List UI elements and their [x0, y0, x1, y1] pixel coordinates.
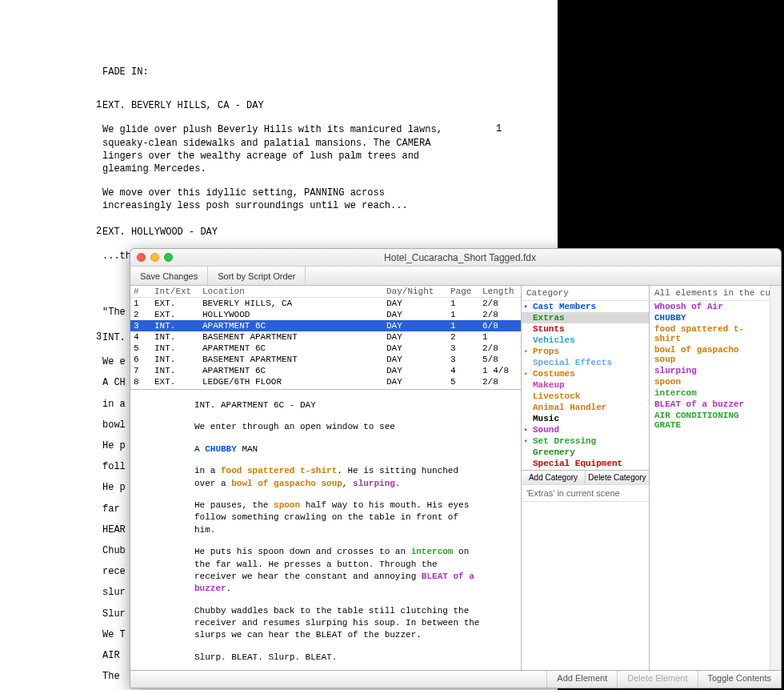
preview-line: Chubby waddles back to the table still c…	[194, 605, 482, 642]
tag-slurping[interactable]: slurping	[353, 479, 395, 488]
scene-number-left: 2	[96, 226, 102, 237]
tag-intercom[interactable]: intercom	[411, 547, 454, 556]
elements-header: All elements in the curre...	[650, 286, 770, 301]
script-preview[interactable]: INT. APARTMENT 6C - DAY We enter through…	[130, 390, 521, 670]
delete-category-button[interactable]: Delete Category	[586, 471, 649, 484]
tag-bowl-gaspacho[interactable]: bowl of gaspacho soup	[231, 479, 342, 488]
category-item[interactable]: Special Equipment	[522, 458, 649, 469]
close-button[interactable]	[137, 253, 146, 262]
table-row[interactable]: 4INT.BASEMENT APARTMENTDAY21	[130, 331, 521, 343]
add-element-button[interactable]: Add Element	[546, 671, 617, 688]
category-item[interactable]: Special Effects	[522, 357, 649, 368]
element-item[interactable]: bowl of gaspacho soup	[650, 344, 770, 365]
scene-heading-text: EXT. BEVERLY HILLS, CA - DAY	[102, 99, 454, 112]
elements-column: All elements in the curre... Whoosh of A…	[650, 286, 770, 670]
category-item[interactable]: Stunts	[522, 323, 649, 335]
table-row[interactable]: 8EXT.LEDGE/6TH FLOORDAY52/8	[130, 376, 521, 387]
panel-footer: Add Element Delete Element Toggle Conten…	[130, 670, 781, 688]
scene-number-left: 1	[96, 99, 102, 110]
minimize-button[interactable]	[150, 253, 159, 262]
scene-heading-text: EXT. HOLLYWOOD - DAY	[102, 226, 454, 239]
scene-table[interactable]: # Int/Ext Location Day/Night Page Length…	[130, 286, 521, 390]
action-paragraph: We glide over plush Beverly Hills with i…	[102, 123, 454, 175]
scene-2: 2 EXT. HOLLYWOOD - DAY 2	[48, 226, 510, 239]
category-header: Category	[522, 286, 649, 301]
col-location[interactable]: Location	[201, 286, 385, 297]
element-item[interactable]: AIR CONDITIONING GRATE	[650, 410, 770, 431]
category-item[interactable]: Greenery	[522, 447, 649, 458]
table-header-row: # Int/Ext Location Day/Night Page Length	[130, 286, 521, 298]
category-item[interactable]: ▸Set Dressing	[522, 435, 649, 447]
table-row[interactable]: 3INT.APARTMENT 6CDAY16/8	[130, 320, 521, 331]
category-item[interactable]: Animal Handler	[522, 402, 649, 413]
element-item[interactable]: spoon	[650, 376, 770, 387]
zoom-button[interactable]	[164, 253, 173, 262]
window-controls	[130, 253, 179, 262]
element-item[interactable]: slurping	[650, 365, 770, 376]
table-row[interactable]: 5INT.APARTMENT 6CDAY32/8	[130, 343, 521, 354]
category-scene-elements	[522, 502, 649, 671]
col-day-night[interactable]: Day/Night	[385, 286, 449, 297]
scene-number-right: 1	[496, 123, 502, 134]
category-item[interactable]: ▸Sound	[522, 424, 649, 435]
action-paragraph: We move over this idyllic setting, PANNI…	[102, 187, 454, 212]
category-item[interactable]: Music	[522, 413, 649, 424]
preview-line: He puts his spoon down and crosses to an…	[194, 546, 482, 596]
save-changes-button[interactable]: Save Changes	[130, 267, 208, 285]
tag-spoon[interactable]: spoon	[274, 500, 300, 510]
category-item[interactable]: Livestock	[522, 391, 649, 402]
scene-number-left: 3	[96, 331, 102, 343]
category-list[interactable]: ▸Cast MembersExtrasStuntsVehicles▸PropsS…	[522, 301, 649, 470]
scrollbar[interactable]	[770, 286, 781, 670]
tag-food-spattered-tshirt[interactable]: food spattered t-shirt	[221, 466, 337, 475]
category-item[interactable]: Makeup	[522, 379, 649, 391]
element-item[interactable]: intercom	[650, 387, 770, 399]
preview-line: He pauses, the spoon half way to his mou…	[194, 499, 482, 536]
category-item[interactable]: ▸Cast Members	[522, 301, 649, 312]
tagging-panel: Hotel_Cucaracha_Short Tagged.fdx Save Ch…	[130, 248, 782, 688]
preview-line: A CHUBBY MAN	[194, 443, 482, 455]
category-column: Category ▸Cast MembersExtrasStuntsVehicl…	[522, 286, 650, 670]
element-item[interactable]: CHUBBY	[650, 312, 770, 323]
window-title: Hotel_Cucaracha_Short Tagged.fdx	[179, 252, 781, 263]
col-int-ext[interactable]: Int/Ext	[153, 286, 201, 297]
delete-element-button[interactable]: Delete Element	[617, 671, 697, 688]
toggle-contents-button[interactable]: Toggle Contents	[698, 671, 782, 688]
col-num[interactable]: #	[130, 286, 153, 297]
element-item[interactable]: food spattered t-shirt	[650, 323, 770, 344]
window-titlebar[interactable]: Hotel_Cucaracha_Short Tagged.fdx	[130, 249, 781, 267]
preview-line: Slurp. BLEAT. Slurp. BLEAT.	[194, 652, 482, 664]
preview-scene-heading: INT. APARTMENT 6C - DAY	[194, 399, 482, 411]
col-length[interactable]: Length	[481, 286, 521, 297]
table-row[interactable]: 1EXT.BEVERLY HILLS, CADAY12/8	[130, 298, 521, 309]
sort-by-script-order-button[interactable]: Sort by Script Order	[208, 267, 306, 285]
element-item[interactable]: Whoosh of Air	[650, 301, 770, 312]
category-item[interactable]: ▸Props	[522, 346, 649, 357]
category-hint: 'Extras' in current scene	[522, 484, 649, 502]
table-row[interactable]: 2EXT.HOLLYWOODDAY12/8	[130, 309, 521, 320]
preview-line: in a food spattered t-shirt. He is sitti…	[194, 465, 482, 490]
table-row[interactable]: 6INT.BASEMENT APARTMENTDAY35/8	[130, 354, 521, 365]
preview-line: We enter through an open window to see	[194, 421, 482, 433]
fade-in: FADE IN:	[102, 66, 454, 78]
category-item[interactable]: Security	[522, 469, 649, 470]
element-item[interactable]: BLEAT of a buzzer	[650, 399, 770, 410]
category-item[interactable]: ▸Costumes	[522, 368, 649, 379]
add-category-button[interactable]: Add Category	[522, 471, 586, 484]
col-page[interactable]: Page	[449, 286, 481, 297]
category-item[interactable]: Vehicles	[522, 335, 649, 346]
tag-chubby[interactable]: CHUBBY	[205, 444, 237, 454]
elements-list[interactable]: Whoosh of AirCHUBBYfood spattered t-shir…	[650, 301, 770, 670]
toolbar: Save Changes Sort by Script Order	[130, 267, 781, 286]
scene-1: 1 EXT. BEVERLY HILLS, CA - DAY 1	[48, 99, 510, 112]
category-item[interactable]: Extras	[522, 312, 649, 323]
table-row[interactable]: 7INT.APARTMENT 6CDAY41 4/8	[130, 365, 521, 376]
